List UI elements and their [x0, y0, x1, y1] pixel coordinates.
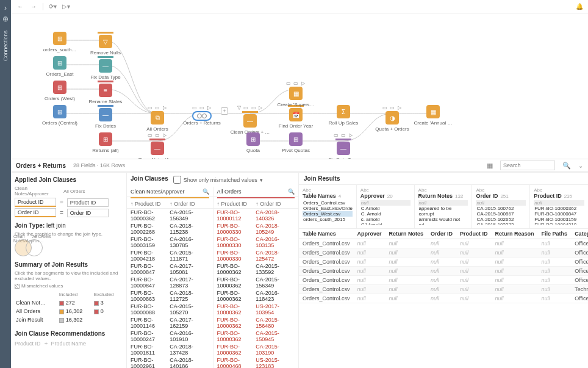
jc-row[interactable]: FUR-BO-10000247CA-2016-101910 — [127, 330, 213, 343]
rail-add-icon[interactable]: ⊕ — [2, 15, 9, 23]
jc-row[interactable]: FUR-BO-10001146CA-2017-162159 — [127, 316, 213, 330]
table-row[interactable]: Orders_Control.csvnullnullnullnullnullnu… — [299, 258, 588, 267]
step-search-input[interactable] — [500, 161, 555, 170]
jc-row[interactable]: FUR-BO-10000362US-2017-103954 — [213, 303, 299, 316]
jc-row[interactable]: FUR-BO-10000847CA-2017-105081 — [127, 262, 213, 276]
jc-row[interactable]: FUR-BO-10002961CA-2018-140186 — [127, 356, 213, 368]
flow-node-src-central[interactable]: ⊞Orders (Central) — [38, 105, 81, 126]
clause-left-field[interactable]: Order ID — [15, 208, 56, 217]
flow-node-rn-states[interactable]: ≡Rename States — [84, 81, 127, 105]
step-title: Orders + Returns — [16, 162, 66, 169]
alerts-icon[interactable]: 🔔 — [576, 3, 583, 10]
jc-row[interactable]: FUR-BO-10001811CA-2018-137428 — [127, 343, 213, 356]
search-icon[interactable]: 🔍 — [203, 189, 209, 195]
flow-node-pivot-quotas[interactable]: ⊞Pivot Quotas — [274, 132, 317, 154]
jc-row[interactable]: FUR-BO-10000330CA-2016-103135 — [213, 236, 299, 249]
flow-node-rm-nulls[interactable]: ▽Remove Nulls — [84, 32, 127, 56]
show-mismatched-checkbox[interactable]: Show only mismatched values ▾ — [173, 176, 263, 184]
jc-row[interactable]: FUR-BO-10000362CA-2016-118423 — [213, 289, 299, 303]
jc-row[interactable]: FUR-BO-10003159CA-2016-130785 — [127, 236, 213, 249]
flow-node-clean-orders[interactable]: ▽ ▭ ▭ ▷—Clean Orders + … — [229, 105, 271, 135]
jr-col-header[interactable]: Product ID — [456, 229, 492, 239]
table-row[interactable]: Orders_Control.csvnullnullnullnullnullnu… — [299, 239, 588, 248]
clause-right-field[interactable]: Product ID — [67, 198, 109, 207]
jc-row[interactable]: FUR-BO-10000847CA-2017-128873 — [127, 276, 213, 289]
flow-node-orders-returns[interactable]: ▭ ▭ ▷+Orders + Returns — [181, 105, 223, 126]
workspace: Applied Join Clauses Clean Notes/Approve… — [11, 172, 588, 368]
clause-right-field[interactable]: Order ID — [67, 209, 109, 217]
flow-node-fix-dt2[interactable]: ▭ ▭ ▷—Fix Data Type — [322, 132, 365, 159]
jr-col-header[interactable]: File Paths — [538, 229, 572, 239]
flow-canvas[interactable]: ⊞orders_south…▽Remove Nulls⊞Orders_East—… — [11, 13, 588, 159]
jr-col-header[interactable]: Approver — [354, 229, 385, 239]
jc-row[interactable]: FUR-BO-10000362CA-2015-150945 — [213, 330, 299, 343]
jc-row[interactable]: FUR-BO-10000330CA-2018-105249 — [213, 222, 299, 236]
jr-col-header[interactable]: Order ID — [427, 229, 456, 239]
flow-node-src-west[interactable]: ⊞Orders (West) — [38, 81, 81, 102]
join-type-value: left join — [46, 222, 66, 229]
flow-node-clean-notes[interactable]: ▭ ▭ ▷—Clean Notes/Ap… — [136, 132, 179, 159]
flow-node-src-east[interactable]: ⊞Orders_East — [38, 56, 81, 78]
applied-join-panel: Applied Join Clauses Clean Notes/Approve… — [11, 173, 127, 368]
jc-row[interactable]: FUR-BO-10000112CA-2018-140326 — [213, 209, 299, 222]
show-mismatched-input[interactable] — [173, 176, 181, 184]
jc-row[interactable]: FUR-BO-10000863CA-2018-112725 — [127, 289, 213, 303]
jc-row[interactable]: FUR-BO-10004218CA-2015-111871 — [127, 249, 213, 262]
jc-row[interactable]: FUR-BO-10000362CA-2015-156480 — [213, 316, 299, 330]
rail-expand-icon[interactable]: › — [4, 4, 7, 12]
jr-card[interactable]: AbcReturn Notes132nullappeared to be cor… — [415, 185, 473, 228]
jc-row[interactable]: FUR-BO-10000362CA-2015-156349 — [213, 276, 299, 289]
refresh-icon[interactable]: ⟳▾ — [48, 2, 57, 11]
flow-node-find-year[interactable]: 📅Find Order Year — [274, 105, 317, 129]
flow-node-create-annual[interactable]: ▦Create 'Annual … — [412, 105, 454, 126]
grid-view-icon[interactable]: ▦ — [487, 162, 493, 170]
search-icon[interactable]: 🔍 — [562, 162, 571, 170]
collapse-panel-icon[interactable]: ⌄ — [578, 162, 583, 169]
jc-row[interactable]: FUR-BO-10000468US-2015-123183 — [213, 356, 299, 368]
jr-card[interactable]: AbcApprover20nullC ArnoldC. Arnoldc. arn… — [357, 185, 415, 228]
flow-node-fix-dt[interactable]: —Fix Data Type — [84, 56, 127, 81]
step-meta: 28 Fields · 16K Rows — [73, 162, 125, 168]
clause-left-field[interactable]: Product ID — [15, 198, 56, 207]
jc-row[interactable]: FUR-BO-10000362CA-2015-133592 — [213, 262, 299, 276]
jr-col-header[interactable]: Return Reason — [492, 229, 538, 239]
flow-node-fix-dates[interactable]: —Fix Dates — [84, 105, 127, 129]
table-row[interactable]: Orders_Control.csvnullnullnullnullnullnu… — [299, 294, 588, 303]
jr-col-header[interactable]: Table Names — [299, 229, 354, 239]
flow-node-quota[interactable]: ⊞Quota — [232, 132, 274, 154]
flow-node-all-orders[interactable]: ▭ ▭ ▷⧉All Orders — [136, 105, 179, 132]
summary-row-name[interactable]: Join Result — [15, 316, 58, 324]
rec-row[interactable]: Product ID ＋ Product Name — [15, 339, 123, 347]
jc-right-table: All Orders🔍 ↑ Product ID↑ Order ID FUR-B… — [213, 187, 299, 368]
summary-row-name[interactable]: Clean Not… — [15, 298, 58, 307]
jc-row[interactable]: FUR-BO-10000362CA-2015-156349 — [127, 209, 213, 222]
table-row[interactable]: Orders_Control.csvnullnullnullnullnullnu… — [299, 248, 588, 258]
jc-row[interactable]: FUR-BO-10000088CA-2015-105270 — [127, 303, 213, 316]
jc-row[interactable]: FUR-BO-10000330CA-2018-125472 — [213, 249, 299, 262]
jc-row[interactable]: FUR-BO-10002268CA-2018-115238 — [127, 222, 213, 236]
table-row[interactable]: Orders_Control.csvnullnullnullnullnullnu… — [299, 276, 588, 285]
flow-node-rollup[interactable]: ΣRoll Up Sales — [322, 105, 365, 126]
nav-fwd-icon[interactable]: → — [29, 2, 38, 11]
jr-card[interactable]: AbcProduct ID235nullFUR-BO-10000362FUR-B… — [530, 185, 588, 228]
jr-col-header[interactable]: Return Notes — [385, 229, 428, 239]
table-row[interactable]: Orders_Control.csvnullnullnullnullnullnu… — [299, 267, 588, 276]
table-row[interactable]: Orders_Control.csvnullnullnullnullnullnu… — [299, 285, 588, 294]
run-flow-icon[interactable]: ▷▾ — [62, 2, 70, 11]
jr-card[interactable]: AbcOrder ID251nullCA-2015-100762CA-2015-… — [472, 185, 530, 228]
flow-node-quota-orders[interactable]: ▭ ▭ ▷◑Quota + Orders — [371, 105, 414, 132]
flow-node-create-super[interactable]: ▭ ▭ ▷▦Create 'Supers… — [274, 81, 317, 108]
rec-left: Product ID — [15, 341, 41, 347]
venn-diagram[interactable]: Clean Notes/Approv… All Orders — [15, 239, 49, 258]
jr-data-table[interactable]: Table NamesApproverReturn NotesOrder IDP… — [299, 229, 588, 303]
search-icon[interactable]: 🔍 — [288, 189, 295, 195]
mismatched-label: Mismatched values — [21, 283, 63, 289]
nav-back-icon[interactable]: ← — [16, 2, 24, 11]
jr-card[interactable]: AbcTable Names4Orders_Control.csvOrders_… — [299, 185, 357, 228]
jc-row[interactable]: FUR-BO-10000362CA-2015-103190 — [213, 343, 299, 356]
jr-col-header[interactable]: Category — [571, 229, 588, 239]
summary-row-name[interactable]: All Orders — [15, 307, 58, 316]
rail-tab-connections[interactable]: Connections — [1, 26, 10, 66]
flow-node-src-south[interactable]: ⊞orders_south… — [38, 32, 81, 53]
flow-node-returns[interactable]: ⊞Returns (all) — [84, 132, 127, 154]
